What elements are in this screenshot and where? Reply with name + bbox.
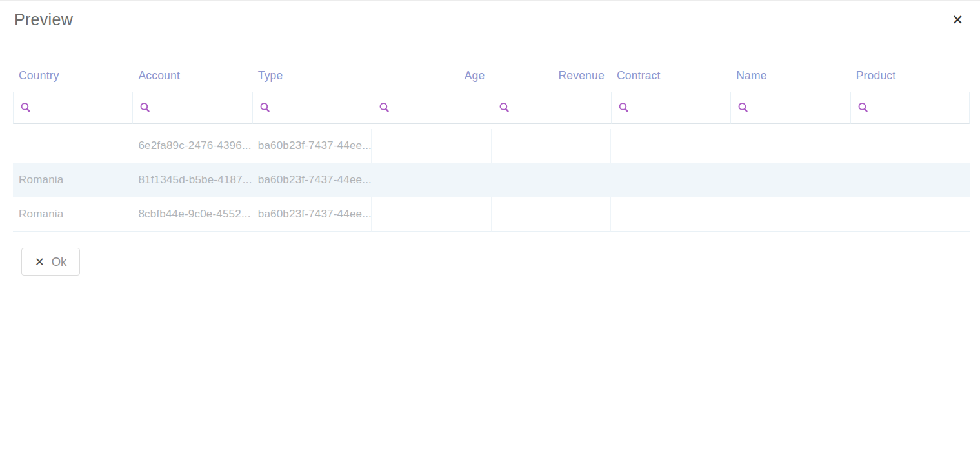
- dialog-content: CountryAccountTypeAgeRevenueContractName…: [0, 39, 980, 276]
- search-icon[interactable]: [139, 102, 151, 114]
- table-cell[interactable]: [372, 197, 491, 232]
- search-icon[interactable]: [20, 102, 32, 114]
- filter-cell-product: [850, 92, 970, 124]
- table-cell[interactable]: [850, 197, 970, 232]
- table-cell[interactable]: [13, 129, 132, 163]
- x-icon: ✕: [35, 256, 45, 268]
- table-cell[interactable]: [372, 163, 491, 197]
- data-grid: CountryAccountTypeAgeRevenueContractName…: [13, 59, 970, 232]
- table-row[interactable]: Romania81f1345d-b5be-4187...ba60b23f-743…: [13, 163, 970, 197]
- grid-filter-row: [13, 92, 970, 124]
- filter-cell-country: [13, 92, 132, 124]
- table-cell[interactable]: [850, 129, 970, 163]
- table-cell[interactable]: [850, 163, 970, 197]
- table-cell[interactable]: [611, 129, 730, 163]
- table-row[interactable]: Romania8cbfb44e-9c0e-4552...ba60b23f-743…: [13, 197, 970, 232]
- rows-spacer: [13, 124, 970, 129]
- table-cell[interactable]: [730, 197, 850, 232]
- grid-header-row: CountryAccountTypeAgeRevenueContractName…: [13, 59, 970, 92]
- filter-cell-name: [730, 92, 850, 124]
- table-cell[interactable]: 6e2fa89c-2476-4396...: [132, 129, 252, 163]
- filter-cell-type: [252, 92, 372, 124]
- search-icon[interactable]: [618, 102, 630, 114]
- filter-input-name[interactable]: [753, 98, 850, 117]
- filter-input-account[interactable]: [155, 98, 252, 117]
- column-header-name[interactable]: Name: [730, 69, 850, 83]
- table-cell[interactable]: [611, 197, 730, 232]
- search-icon[interactable]: [499, 102, 510, 114]
- filter-input-type[interactable]: [275, 98, 372, 117]
- search-icon[interactable]: [379, 102, 390, 114]
- ok-button-label: Ok: [52, 255, 67, 269]
- column-header-account[interactable]: Account: [132, 69, 252, 83]
- table-cell[interactable]: [611, 163, 730, 197]
- table-cell[interactable]: [492, 129, 611, 163]
- dialog-header: Preview ✕: [0, 1, 980, 39]
- table-cell[interactable]: [730, 129, 850, 163]
- filter-cell-age: [372, 92, 491, 124]
- table-cell[interactable]: 81f1345d-b5be-4187...: [132, 163, 252, 197]
- table-cell[interactable]: 8cbfb44e-9c0e-4552...: [132, 197, 252, 232]
- table-cell[interactable]: ba60b23f-7437-44ee...: [252, 197, 372, 232]
- search-icon[interactable]: [857, 102, 869, 114]
- page-title: Preview: [14, 10, 73, 29]
- filter-cell-contract: [611, 92, 730, 124]
- ok-button[interactable]: ✕ Ok: [21, 248, 80, 276]
- table-cell[interactable]: ba60b23f-7437-44ee...: [252, 129, 372, 163]
- table-cell[interactable]: [492, 197, 611, 232]
- filter-cell-account: [132, 92, 252, 124]
- close-icon[interactable]: ✕: [949, 10, 966, 29]
- table-cell[interactable]: [730, 163, 850, 197]
- search-icon[interactable]: [259, 102, 271, 114]
- column-header-revenue[interactable]: Revenue: [492, 69, 611, 83]
- filter-input-product[interactable]: [873, 98, 969, 117]
- column-header-contract[interactable]: Contract: [611, 69, 730, 83]
- column-header-country[interactable]: Country: [13, 69, 132, 83]
- filter-input-age[interactable]: [394, 98, 491, 117]
- filter-input-contract[interactable]: [634, 98, 730, 117]
- table-cell[interactable]: [492, 163, 611, 197]
- column-header-type[interactable]: Type: [252, 69, 372, 83]
- filter-input-revenue[interactable]: [514, 98, 611, 117]
- table-cell[interactable]: Romania: [13, 163, 132, 197]
- filter-input-country[interactable]: [35, 98, 132, 117]
- preview-dialog: Preview ✕ CountryAccountTypeAgeRevenueCo…: [0, 1, 980, 276]
- search-icon[interactable]: [737, 102, 749, 114]
- table-cell[interactable]: ba60b23f-7437-44ee...: [252, 163, 372, 197]
- column-header-product[interactable]: Product: [850, 69, 970, 83]
- table-cell[interactable]: [372, 129, 491, 163]
- table-row[interactable]: 6e2fa89c-2476-4396...ba60b23f-7437-44ee.…: [13, 129, 970, 163]
- table-cell[interactable]: Romania: [13, 197, 132, 232]
- column-header-age[interactable]: Age: [372, 69, 491, 83]
- filter-cell-revenue: [492, 92, 611, 124]
